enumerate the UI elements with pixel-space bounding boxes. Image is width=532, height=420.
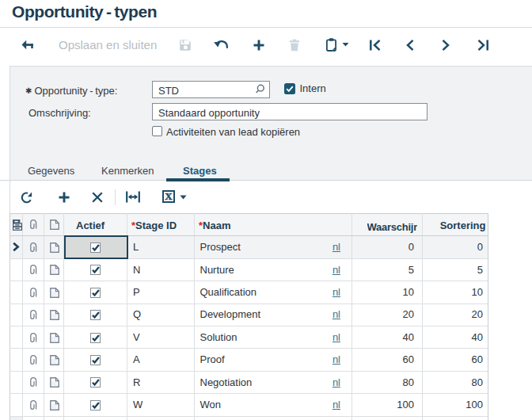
svg-text:X: X xyxy=(165,190,173,202)
